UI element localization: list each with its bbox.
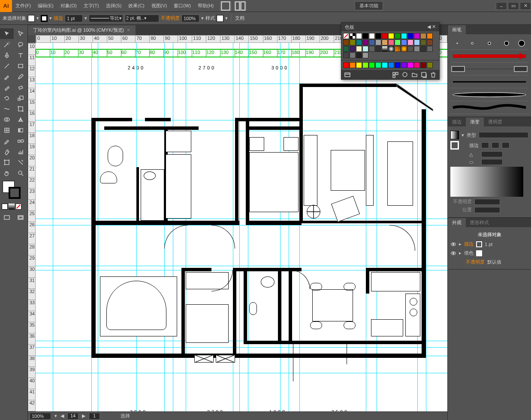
- brush-def[interactable]: 2 pt. 椭..▾: [125, 15, 159, 22]
- angle-input[interactable]: [481, 151, 503, 157]
- swatch[interactable]: [414, 46, 420, 52]
- artboard[interactable]: 0102030405060708090100110120130140150160…: [36, 43, 447, 411]
- swatch[interactable]: [407, 62, 413, 68]
- pen-tool[interactable]: [0, 50, 14, 60]
- aspect-input[interactable]: [481, 159, 503, 165]
- swatch[interactable]: [369, 46, 375, 52]
- align-1[interactable]: [481, 142, 489, 148]
- maximize-button[interactable]: ▭: [508, 2, 519, 10]
- doc-setup-button[interactable]: 文档: [235, 15, 244, 21]
- zoom-tool[interactable]: [14, 168, 27, 178]
- tab-close-icon[interactable]: ✕: [127, 27, 130, 33]
- menu-item[interactable]: 文字(T): [80, 3, 103, 9]
- swatch[interactable]: [427, 62, 433, 68]
- type-tool[interactable]: [14, 50, 27, 60]
- appearance-fill-row[interactable]: ▸填色: [450, 249, 528, 258]
- menu-item[interactable]: 视图(V): [148, 3, 171, 9]
- swatch[interactable]: [420, 39, 426, 45]
- selection-tool[interactable]: [0, 28, 14, 39]
- tab-stroke[interactable]: 描边: [448, 117, 466, 126]
- swatch[interactable]: [375, 62, 381, 68]
- visibility-icon[interactable]: [450, 250, 456, 256]
- ap-stroke-swatch[interactable]: [476, 241, 482, 247]
- swatch[interactable]: [382, 39, 388, 45]
- swatch[interactable]: [427, 33, 433, 39]
- style-swatch[interactable]: [217, 15, 223, 22]
- symbol-sprayer-tool[interactable]: [0, 146, 14, 157]
- opacity-input[interactable]: [181, 15, 199, 22]
- graph-tool[interactable]: [14, 146, 27, 157]
- swatch[interactable]: [407, 39, 413, 45]
- swatch[interactable]: [395, 46, 401, 52]
- swatch[interactable]: [420, 62, 426, 68]
- menu-item[interactable]: 窗口(W): [170, 3, 194, 9]
- swatch[interactable]: [382, 46, 388, 52]
- stroke-gradient-swatch[interactable]: [450, 141, 459, 150]
- close-button[interactable]: ✕: [520, 2, 531, 10]
- fill-swatch[interactable]: [28, 15, 35, 22]
- gradient-tool[interactable]: [14, 125, 27, 135]
- menu-item[interactable]: 帮助(H): [194, 3, 217, 9]
- ap-fill-swatch[interactable]: [476, 250, 482, 256]
- swatch[interactable]: [343, 62, 349, 68]
- pencil-tool[interactable]: [14, 71, 27, 82]
- swatch[interactable]: [375, 33, 381, 39]
- scale-tool[interactable]: [14, 93, 27, 103]
- screen-mode-toggle[interactable]: [14, 212, 27, 223]
- brush-item[interactable]: [450, 101, 528, 114]
- color-mode-chip[interactable]: [2, 204, 8, 210]
- menu-item[interactable]: 编辑(E): [34, 3, 57, 9]
- menu-item[interactable]: 对象(O): [57, 3, 80, 9]
- swatch[interactable]: [388, 46, 394, 52]
- artboard-tool[interactable]: [0, 157, 14, 168]
- brush-item[interactable]: [450, 50, 528, 63]
- swatch-group-icon[interactable]: [411, 71, 418, 78]
- swatch[interactable]: [350, 33, 356, 39]
- blob-brush-tool[interactable]: [0, 82, 14, 93]
- tab-appearance[interactable]: 外观: [448, 218, 466, 227]
- swatch-options-icon[interactable]: [392, 71, 399, 78]
- swatch[interactable]: [395, 62, 401, 68]
- swatch[interactable]: [356, 52, 362, 58]
- menu-item[interactable]: 文件(F): [12, 3, 34, 9]
- swatch-library-icon[interactable]: [344, 71, 351, 78]
- swatch[interactable]: [427, 46, 433, 52]
- gradient-mode-chip[interactable]: [9, 204, 15, 210]
- minimize-button[interactable]: –: [496, 2, 507, 10]
- rectangle-tool[interactable]: [14, 60, 27, 71]
- align-3[interactable]: [502, 142, 510, 148]
- line-tool[interactable]: [0, 60, 14, 71]
- mesh-tool[interactable]: [0, 125, 14, 135]
- swatch[interactable]: [350, 52, 356, 58]
- stroke-weight-input[interactable]: [65, 15, 83, 22]
- swatch[interactable]: [369, 33, 375, 39]
- swatch[interactable]: [356, 33, 362, 39]
- appearance-opacity-row[interactable]: 不透明度 默认值: [450, 258, 528, 267]
- swatch[interactable]: [362, 52, 368, 58]
- none-mode-chip[interactable]: [15, 204, 21, 210]
- swatch[interactable]: [388, 62, 394, 68]
- swatch[interactable]: [362, 62, 368, 68]
- new-swatch-icon[interactable]: [420, 71, 427, 78]
- nav-next[interactable]: ▶: [82, 413, 85, 419]
- gradient-preview[interactable]: [450, 167, 523, 197]
- stroke-swatch[interactable]: [41, 15, 48, 22]
- swatch[interactable]: [375, 39, 381, 45]
- slice-tool[interactable]: [14, 157, 27, 168]
- swatch[interactable]: [350, 39, 356, 45]
- swatch-kind-icon[interactable]: [401, 71, 408, 78]
- swatch[interactable]: [356, 62, 362, 68]
- screen-mode-normal[interactable]: [0, 212, 14, 223]
- free-transform-tool[interactable]: [14, 103, 27, 114]
- tab-brushes[interactable]: 画笔: [448, 25, 466, 34]
- hand-tool[interactable]: [0, 168, 14, 178]
- swatch[interactable]: [420, 33, 426, 39]
- g-opacity-input[interactable]: [474, 199, 500, 205]
- swatch[interactable]: [382, 33, 388, 39]
- brush-item[interactable]: [450, 88, 528, 101]
- swatch[interactable]: [362, 33, 368, 39]
- swatch[interactable]: [369, 62, 375, 68]
- shape-builder-tool[interactable]: [0, 114, 14, 125]
- swatch[interactable]: [388, 33, 394, 39]
- swatch[interactable]: [414, 39, 420, 45]
